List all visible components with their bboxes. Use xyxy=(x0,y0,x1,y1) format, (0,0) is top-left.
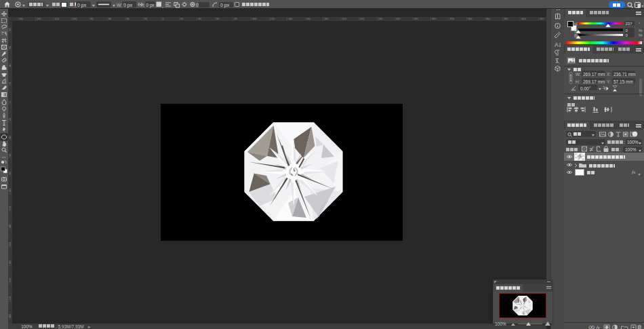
svg-text:200: 200 xyxy=(342,18,346,20)
svg-text:60: 60 xyxy=(9,154,12,157)
svg-text:120: 120 xyxy=(270,18,275,20)
svg-text:A: A xyxy=(555,41,559,48)
svg-text:180: 180 xyxy=(9,260,12,265)
svg-text:20: 20 xyxy=(9,118,12,121)
svg-text:220: 220 xyxy=(360,18,364,20)
svg-text:40: 40 xyxy=(9,136,12,138)
svg-text:260: 260 xyxy=(396,18,400,20)
svg-text:100: 100 xyxy=(73,18,77,20)
svg-text:140: 140 xyxy=(288,18,292,20)
svg-text:320: 320 xyxy=(450,18,454,20)
svg-text:340: 340 xyxy=(468,18,472,20)
svg-text:60: 60 xyxy=(9,46,12,49)
svg-text:240: 240 xyxy=(9,314,12,318)
svg-text:100: 100 xyxy=(9,189,12,193)
svg-text:200: 200 xyxy=(9,278,12,282)
svg-text:160: 160 xyxy=(306,18,310,20)
svg-text:140: 140 xyxy=(9,225,12,229)
svg-text:400: 400 xyxy=(522,18,526,20)
svg-text:fx: fx xyxy=(597,325,601,329)
svg-text:0 px: 0 px xyxy=(220,3,230,8)
svg-text:240: 240 xyxy=(378,18,382,20)
svg-text:220: 220 xyxy=(9,296,12,301)
svg-text:140: 140 xyxy=(37,18,41,20)
svg-text:160: 160 xyxy=(19,18,23,20)
svg-text:360: 360 xyxy=(486,18,490,20)
svg-text:300: 300 xyxy=(432,18,436,20)
svg-text:280: 280 xyxy=(414,18,418,20)
svg-text:20: 20 xyxy=(9,82,12,85)
svg-text:80: 80 xyxy=(9,28,12,31)
svg-text:0: 0 xyxy=(163,18,164,20)
svg-text:0: 0 xyxy=(9,101,12,102)
svg-text:380: 380 xyxy=(504,18,508,20)
svg-text:40: 40 xyxy=(9,64,12,66)
svg-text:120: 120 xyxy=(9,206,12,210)
svg-text:0: 0 xyxy=(196,3,199,7)
svg-text:120: 120 xyxy=(55,18,59,20)
svg-text:80: 80 xyxy=(9,172,12,174)
svg-text:160: 160 xyxy=(9,242,12,246)
svg-text:420: 420 xyxy=(540,18,544,20)
svg-text:100: 100 xyxy=(252,18,256,20)
svg-text:180: 180 xyxy=(324,18,328,20)
